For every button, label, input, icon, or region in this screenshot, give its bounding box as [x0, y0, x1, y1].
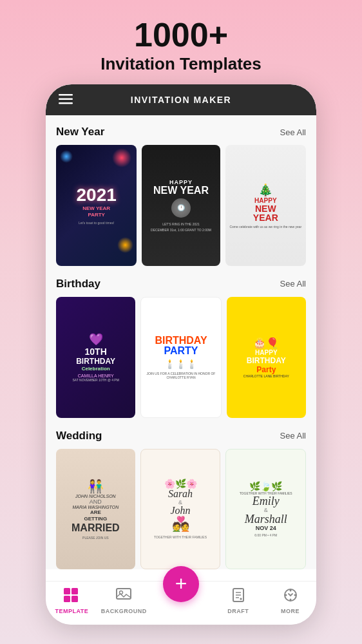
- header-section: 1000+ Invitation Templates: [88, 0, 274, 84]
- section-wedding-see-all[interactable]: See All: [280, 431, 306, 440]
- svg-point-14: [289, 589, 291, 591]
- hamburger-icon[interactable]: [59, 93, 73, 108]
- card-bd3[interactable]: 🎂🎈 HAPPY BIRTHDAY Party CHARLOTTE LANE B…: [227, 297, 306, 418]
- app-topbar: INVITATION MAKER: [46, 84, 316, 115]
- wd3-deco-top: 🌿🍃🌿: [249, 481, 282, 491]
- svg-rect-3: [64, 588, 70, 594]
- bd3-deco: 🎂🎈: [253, 337, 279, 349]
- nav-item-template[interactable]: TEMPLATE: [46, 588, 98, 614]
- wd3-name2: Marshall: [245, 513, 287, 525]
- bottom-nav: TEMPLATE BACKGROUND +: [46, 581, 316, 625]
- bd2-party: PARTY: [164, 346, 198, 356]
- clock-icon: 🕛: [171, 198, 191, 218]
- card-wd1[interactable]: 👫 JOHN NICHOLSON AND MARIA WASHINGTON AR…: [56, 449, 135, 569]
- phone-frame: INVITATION MAKER New Year See All 2021 N…: [46, 84, 316, 625]
- wd1-married: MARRIED: [71, 522, 120, 534]
- wd2-sub: TOGETHER WITH THEIR FAMILIES: [154, 535, 207, 539]
- svg-point-15: [294, 594, 296, 596]
- section-wedding-title: Wedding: [56, 430, 102, 442]
- bd1-10th: 10TH: [85, 346, 107, 357]
- svg-point-17: [285, 594, 287, 596]
- ny2-sub: LET'S RING IN THE 2021: [162, 222, 200, 226]
- section-wedding-header: Wedding See All: [56, 430, 306, 442]
- nav-item-draft[interactable]: DRAFT: [212, 588, 264, 614]
- card-wd3[interactable]: 🌿🍃🌿 TOGETHER WITH THEIR FAMILIES Emily &…: [225, 449, 306, 569]
- ny3-newyear: NEW YEAR: [253, 204, 278, 222]
- svg-rect-2: [59, 102, 73, 104]
- svg-rect-0: [59, 94, 73, 96]
- wd3-name1: Emily: [252, 495, 280, 507]
- section-new-year-see-all[interactable]: See All: [280, 128, 306, 137]
- section-new-year-title: New Year: [56, 126, 104, 138]
- nav-item-background[interactable]: BACKGROUND: [98, 588, 150, 614]
- bd2-sub: JOIN US FOR A CELEBRATION IN HONOR OF CH…: [144, 372, 218, 379]
- bd2-candles: 🕯️🕯️🕯️: [164, 359, 197, 369]
- wd2-name1: Sarah: [168, 489, 193, 499]
- nav-item-more[interactable]: MORE: [264, 588, 316, 614]
- wd1-couple-deco: 👫: [88, 478, 104, 494]
- card-ny1[interactable]: 2021 NEW YEAR PARTY Let's toast to good …: [56, 145, 137, 266]
- bd1-sub: SAT NOVEMBER 10TH @ 4 PM: [72, 378, 119, 382]
- bd1-birthday: BIRTHDAY: [76, 357, 115, 366]
- wd3-date: NOV 24: [256, 525, 276, 531]
- card-ny2[interactable]: HAPPY NEW YEAR 🕛 LET'S RING IN THE 2021 …: [142, 145, 220, 266]
- svg-point-16: [289, 598, 291, 600]
- nav-label-more: MORE: [281, 608, 300, 614]
- svg-rect-5: [64, 596, 70, 602]
- wd2-deco-top: 🌸🌿🌸: [164, 478, 197, 489]
- card-bd2[interactable]: BIRTHDAY PARTY 🕯️🕯️🕯️ JOIN US FOR A CELE…: [140, 297, 221, 418]
- app-topbar-title: INVITATION MAKER: [131, 95, 231, 105]
- svg-rect-1: [59, 98, 73, 100]
- svg-rect-4: [71, 588, 78, 594]
- card-wd2[interactable]: 🌸🌿🌸 Sarah & John 💑 TOGETHER WITH THEIR F…: [140, 449, 221, 569]
- bd2-birthday: BIRTHDAY: [155, 336, 207, 346]
- wd2-couple: 💑: [172, 516, 189, 533]
- section-new-year: New Year See All 2021 NEW YEAR PARTY Let…: [56, 126, 306, 266]
- wd1-sub: PLEASE JOIN US: [82, 536, 109, 540]
- nav-label-background: BACKGROUND: [101, 608, 147, 614]
- header-subtitle: Invitation Templates: [100, 54, 261, 74]
- new-year-cards-row: 2021 NEW YEAR PARTY Let's toast to good …: [56, 145, 306, 266]
- bd3-birthday: BIRTHDAY: [247, 356, 286, 365]
- ny2-newyear: NEW YEAR: [153, 185, 209, 196]
- wd1-name2: MARIA WASHINGTON: [72, 505, 119, 509]
- ny1-sub: Let's toast to good times!: [79, 221, 114, 225]
- section-birthday-header: Birthday See All: [56, 278, 306, 290]
- wd3-sub: 6:00 PM • 4 PM: [254, 533, 277, 537]
- section-wedding: Wedding See All 👫 JOHN NICHOLSON AND MAR…: [56, 430, 306, 569]
- nav-label-template: TEMPLATE: [55, 608, 88, 614]
- wd2-name2: John: [170, 506, 190, 516]
- ny1-year: 2021: [77, 186, 117, 204]
- bd1-ring-deco: 💜: [89, 332, 103, 346]
- bd3-sub: CHARLOTTE LANE BIRTHDAY: [243, 374, 289, 378]
- bd1-name: CAMILLA HENRY: [78, 374, 114, 378]
- bd1-celebration: Celebration: [82, 366, 110, 372]
- app-content: New Year See All 2021 NEW YEAR PARTY Let…: [46, 115, 316, 569]
- background-icon: [116, 588, 131, 606]
- wd1-getting: ARE GETTING: [84, 509, 108, 522]
- draft-icon: [231, 588, 245, 606]
- svg-rect-6: [71, 596, 78, 602]
- birthday-cards-row: 💜 10TH BIRTHDAY Celebration CAMILLA HENR…: [56, 297, 306, 418]
- more-icon: [283, 588, 298, 606]
- ny3-deco: 🎄: [258, 183, 272, 197]
- fab-container: +: [163, 566, 199, 602]
- fab-button[interactable]: +: [163, 566, 199, 602]
- section-new-year-header: New Year See All: [56, 126, 306, 138]
- ny2-detail: DECEMBER 31st, 1:00 GRANT TO 2:00M: [151, 228, 211, 232]
- ny3-sub: Come celebrate with us as we ring in the…: [229, 225, 301, 229]
- bd3-happy: HAPPY: [255, 349, 277, 356]
- header-title: 1000+: [100, 18, 261, 52]
- wd1-and: AND: [90, 498, 102, 505]
- card-ny3[interactable]: 🎄 HAPPY NEW YEAR Come celebrate with us …: [225, 145, 306, 266]
- section-birthday: Birthday See All 💜 10TH BIRTHDAY Celebra…: [56, 278, 306, 418]
- template-icon: [64, 588, 79, 606]
- ny1-text: NEW YEAR PARTY: [82, 205, 110, 218]
- bd3-party: Party: [256, 365, 276, 374]
- wedding-cards-row: 👫 JOHN NICHOLSON AND MARIA WASHINGTON AR…: [56, 449, 306, 569]
- nav-label-draft: DRAFT: [227, 608, 249, 614]
- wd1-name1: JOHN NICHOLSON: [75, 494, 116, 498]
- card-bd1[interactable]: 💜 10TH BIRTHDAY Celebration CAMILLA HENR…: [56, 297, 135, 418]
- section-birthday-see-all[interactable]: See All: [280, 279, 306, 289]
- section-birthday-title: Birthday: [56, 278, 100, 290]
